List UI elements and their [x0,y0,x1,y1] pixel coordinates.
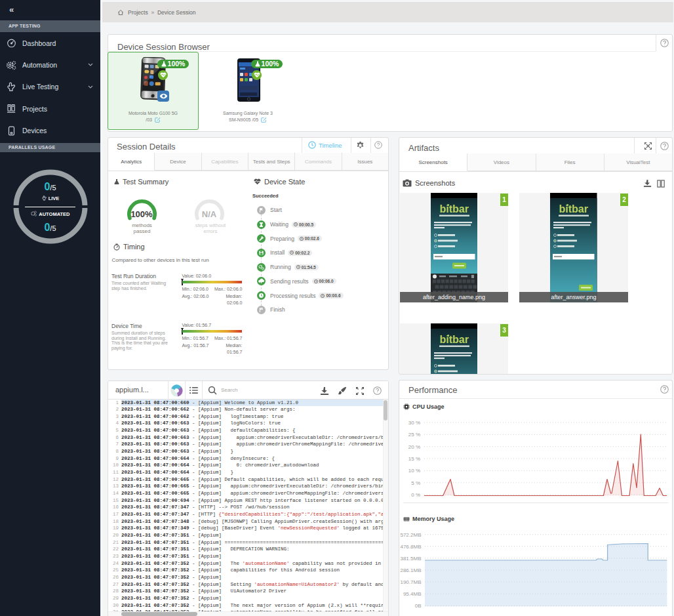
svg-text:0 %: 0 % [411,492,420,498]
svg-text:bitbar: bitbar [439,203,468,215]
svg-text:10 %: 10 % [408,468,420,474]
svg-text:5 %: 5 % [411,480,420,486]
svg-text:bitbar: bitbar [559,203,588,215]
svg-text:476.8MB: 476.8MB [400,544,421,550]
svg-text:286.1MB: 286.1MB [400,567,421,573]
svg-text:15 %: 15 % [408,456,420,462]
svg-text:20 %: 20 % [408,444,420,450]
svg-text:190.7MB: 190.7MB [400,579,421,585]
svg-text:30 %: 30 % [408,420,420,426]
svg-text:25 %: 25 % [408,432,420,438]
svg-text:bitbar: bitbar [439,334,468,345]
svg-text:572.2MB: 572.2MB [400,532,421,538]
svg-text:381.5MB: 381.5MB [400,556,421,562]
svg-text:0B: 0B [415,603,422,609]
svg-text:95.4MB: 95.4MB [403,591,422,597]
